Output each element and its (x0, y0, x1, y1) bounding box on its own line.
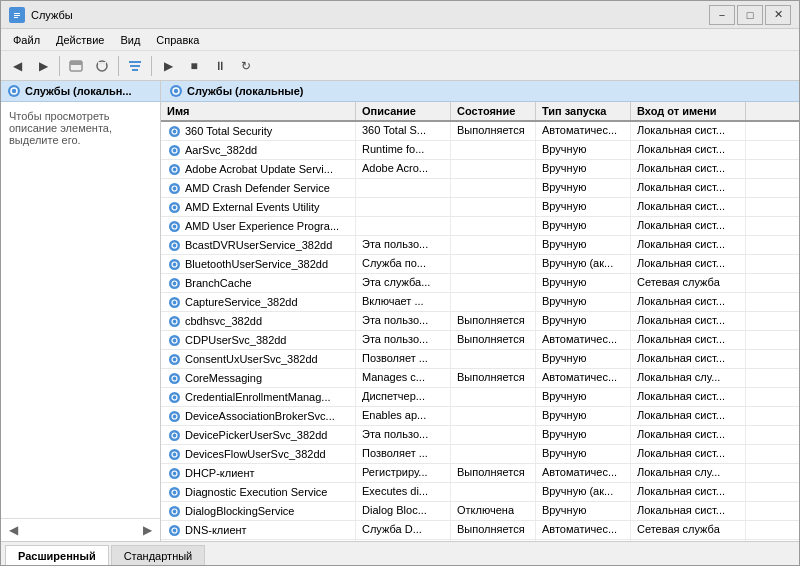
tab-extended[interactable]: Расширенный (5, 545, 109, 565)
svg-point-31 (169, 278, 180, 289)
service-desc: Служба D... (356, 521, 451, 539)
pause-button[interactable]: ⏸ (208, 54, 232, 78)
table-row[interactable]: CoreMessagingManages c...ВыполняетсяАвто… (161, 369, 799, 388)
nav-next[interactable]: ▶ (139, 521, 156, 539)
service-icon (167, 276, 181, 290)
menu-view[interactable]: Вид (112, 32, 148, 48)
service-login: Локальная сист... (631, 198, 746, 216)
table-row[interactable]: AMD External Events UtilityВручнуюЛокаль… (161, 198, 799, 217)
service-desc: Adobe Acro... (356, 160, 451, 178)
tab-standard[interactable]: Стандартный (111, 545, 206, 565)
refresh-button[interactable] (90, 54, 114, 78)
svg-rect-3 (14, 17, 18, 18)
menu-file[interactable]: Файл (5, 32, 48, 48)
table-row[interactable]: CaptureService_382ddВключает ...ВручнуюЛ… (161, 293, 799, 312)
up-button[interactable] (64, 54, 88, 78)
service-login: Локальная слу... (631, 369, 746, 387)
nav-prev[interactable]: ◀ (5, 521, 22, 539)
service-state: Выполняется (451, 369, 536, 387)
service-desc: Позволяет ... (356, 445, 451, 463)
service-desc: Эта служба... (356, 274, 451, 292)
table-row[interactable]: BcastDVRUserService_382ddЭта пользо...Вр… (161, 236, 799, 255)
service-name: DNS-клиент (185, 524, 247, 536)
forward-button[interactable]: ▶ (31, 54, 55, 78)
service-icon (167, 143, 181, 157)
service-startup: Вручную (536, 236, 631, 254)
service-desc (356, 198, 451, 216)
service-login: Локальная сист... (631, 179, 746, 197)
table-row[interactable]: Diagnostic Execution ServiceExecutes di.… (161, 483, 799, 502)
service-startup: Вручную (536, 160, 631, 178)
right-panel-icon (169, 84, 183, 98)
play-button[interactable]: ▶ (156, 54, 180, 78)
table-row[interactable]: AMD User Experience Progra...ВручнуюЛока… (161, 217, 799, 236)
svg-point-17 (169, 145, 180, 156)
service-state (451, 236, 536, 254)
table-row[interactable]: DevicePickerUserSvc_382ddЭта пользо...Вр… (161, 426, 799, 445)
maximize-button[interactable]: □ (737, 5, 763, 25)
service-state (451, 445, 536, 463)
table-row[interactable]: CredentialEnrollmentManag...Диспетчер...… (161, 388, 799, 407)
service-desc: Эта пользо... (356, 331, 451, 349)
service-login: Локальная сист... (631, 388, 746, 406)
service-icon (167, 238, 181, 252)
table-row[interactable]: BranchCacheЭта служба...ВручнуюСетевая с… (161, 274, 799, 293)
back-button[interactable]: ◀ (5, 54, 29, 78)
col-desc[interactable]: Описание (356, 102, 451, 120)
service-icon (167, 219, 181, 233)
table-row[interactable]: DNS-клиентСлужба D...ВыполняетсяАвтомати… (161, 521, 799, 540)
toolbar-separator-1 (59, 56, 60, 76)
service-desc (356, 179, 451, 197)
col-startup[interactable]: Тип запуска (536, 102, 631, 120)
svg-rect-9 (130, 65, 140, 67)
service-desc: Dialog Bloc... (356, 502, 451, 520)
table-row[interactable]: DialogBlockingServiceDialog Bloc...Отклю… (161, 502, 799, 521)
table-row[interactable]: DHCP-клиентРегистриру...ВыполняетсяАвтом… (161, 464, 799, 483)
col-login[interactable]: Вход от имени (631, 102, 746, 120)
table-row[interactable]: BluetoothUserService_382ddСлужба по...Вр… (161, 255, 799, 274)
table-row[interactable]: AarSvc_382ddRuntime fo...ВручнуюЛокальна… (161, 141, 799, 160)
table-row[interactable]: ConsentUxUserSvc_382ddПозволяет ...Вручн… (161, 350, 799, 369)
title-bar: Службы − □ ✕ (1, 1, 799, 29)
service-login: Локальная сист... (631, 312, 746, 330)
service-login: Локальная сист... (631, 141, 746, 159)
service-startup: Вручную (536, 426, 631, 444)
svg-rect-2 (14, 15, 20, 16)
restart-button[interactable]: ↻ (234, 54, 258, 78)
svg-point-29 (169, 259, 180, 270)
service-desc: Эта пользо... (356, 426, 451, 444)
stop-button[interactable]: ■ (182, 54, 206, 78)
service-login: Локальная слу... (631, 464, 746, 482)
service-state (451, 388, 536, 406)
service-icon (167, 162, 181, 176)
table-row[interactable]: DevicesFlowUserSvc_382ddПозволяет ...Вру… (161, 445, 799, 464)
table-row[interactable]: cbdhsvc_382ddЭта пользо...ВыполняетсяВру… (161, 312, 799, 331)
table-row[interactable]: 360 Total Security360 Total S...Выполняе… (161, 122, 799, 141)
menu-help[interactable]: Справка (148, 32, 207, 48)
minimize-button[interactable]: − (709, 5, 735, 25)
table-row[interactable]: DeviceAssociationBrokerSvc...Enables ap.… (161, 407, 799, 426)
menu-action[interactable]: Действие (48, 32, 112, 48)
service-state (451, 426, 536, 444)
services-table[interactable]: Имя Описание Состояние Тип запуска Вход … (161, 102, 799, 541)
filter-button[interactable] (123, 54, 147, 78)
service-state: Выполняется (451, 122, 536, 140)
table-row[interactable]: CDPUserSvc_382ddЭта пользо...Выполняется… (161, 331, 799, 350)
service-startup: Автоматичес... (536, 521, 631, 539)
svg-point-57 (169, 525, 180, 536)
service-name: CredentialEnrollmentManag... (185, 391, 331, 403)
col-state[interactable]: Состояние (451, 102, 536, 120)
col-name[interactable]: Имя (161, 102, 356, 120)
service-login: Локальная сист... (631, 217, 746, 235)
left-panel-title: Службы (локальн... (25, 85, 132, 97)
table-row[interactable]: Adobe Acrobat Update Servi...Adobe Acro.… (161, 160, 799, 179)
service-login: Локальная сист... (631, 502, 746, 520)
service-login: Локальная сист... (631, 122, 746, 140)
left-panel-description: Чтобы просмотреть описание элемента, выд… (1, 102, 160, 518)
svg-point-37 (169, 335, 180, 346)
service-icon (167, 504, 181, 518)
close-button[interactable]: ✕ (765, 5, 791, 25)
service-name: CaptureService_382dd (185, 296, 298, 308)
table-row[interactable]: AMD Crash Defender ServiceВручнуюЛокальн… (161, 179, 799, 198)
service-name: BcastDVRUserService_382dd (185, 239, 332, 251)
